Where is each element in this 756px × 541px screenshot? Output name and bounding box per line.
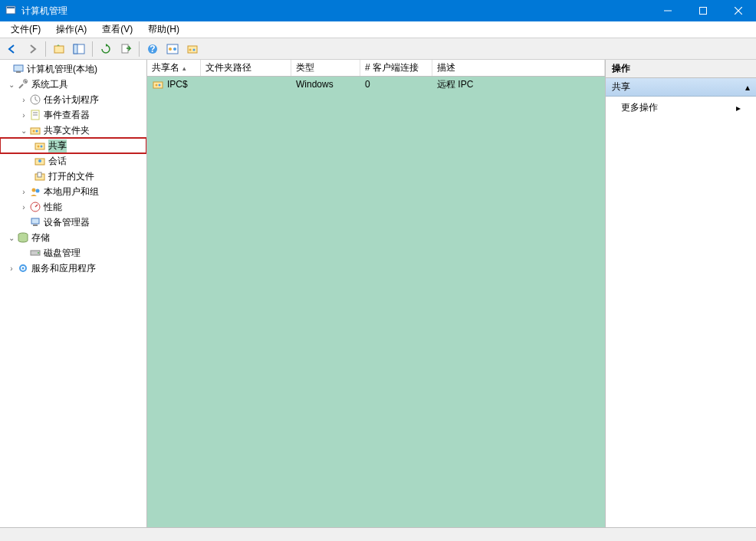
- tree-label: 服务和应用程序: [31, 262, 96, 275]
- svg-point-27: [36, 130, 38, 133]
- actions-section[interactable]: 共享 ▴: [606, 78, 756, 97]
- shared-folder-icon: [29, 124, 41, 136]
- column-folder-path[interactable]: 文件夹路径: [201, 60, 291, 76]
- tools-icon: [17, 78, 29, 90]
- menubar: 文件(F) 操作(A) 查看(V) 帮助(H): [0, 21, 756, 38]
- tree-device-manager[interactable]: 设备管理器: [0, 215, 146, 230]
- export-button[interactable]: [117, 40, 135, 58]
- svg-point-14: [173, 48, 176, 51]
- tree-services-apps[interactable]: › 服务和应用程序: [0, 261, 146, 276]
- back-button[interactable]: [3, 40, 21, 58]
- tree-label: 计算机管理(本地): [27, 63, 97, 76]
- svg-rect-19: [16, 71, 21, 73]
- tree-label: 磁盘管理: [44, 247, 81, 260]
- statusbar: [0, 527, 756, 541]
- svg-point-42: [38, 252, 39, 254]
- column-description[interactable]: 描述: [432, 60, 605, 76]
- services-icon: [17, 262, 29, 274]
- device-icon: [29, 216, 41, 228]
- tree-panel[interactable]: 计算机管理(本地) ⌄ 系统工具 › 任务计划程序 › 事件查看器 ⌄ 共享文件…: [0, 60, 147, 527]
- disk-icon: [29, 247, 41, 259]
- tree-root[interactable]: 计算机管理(本地): [0, 61, 146, 77]
- svg-rect-38: [31, 218, 39, 224]
- svg-rect-45: [153, 82, 163, 88]
- menu-view[interactable]: 查看(V): [94, 21, 140, 38]
- expander-icon[interactable]: ›: [18, 111, 29, 120]
- cell-text: IPC$: [167, 79, 188, 90]
- menu-action[interactable]: 操作(A): [48, 21, 94, 38]
- svg-rect-34: [38, 172, 41, 177]
- column-client-connections[interactable]: # 客户端连接: [360, 60, 432, 76]
- expander-icon[interactable]: ›: [18, 203, 29, 211]
- list-header: 共享名▴ 文件夹路径 类型 # 客户端连接 描述: [147, 60, 605, 77]
- expander-icon[interactable]: ⌄: [6, 80, 17, 89]
- list-row[interactable]: IPC$ Windows 0 远程 IPC: [147, 77, 605, 92]
- sort-indicator-icon: ▴: [182, 64, 186, 72]
- up-button[interactable]: [50, 40, 68, 58]
- share-row-icon: [152, 78, 164, 90]
- expander-icon[interactable]: ›: [18, 188, 29, 196]
- tree-open-files[interactable]: 打开的文件: [0, 169, 146, 184]
- app-icon: [5, 5, 17, 17]
- svg-point-16: [189, 48, 192, 51]
- toolbar: ?: [0, 38, 756, 60]
- menu-file[interactable]: 文件(F): [3, 21, 48, 38]
- storage-icon: [17, 231, 29, 244]
- tree-shared-folders[interactable]: ⌄ 共享文件夹: [0, 123, 146, 138]
- svg-rect-8: [74, 44, 77, 54]
- tree-sessions[interactable]: 会话: [0, 153, 146, 169]
- list-body[interactable]: IPC$ Windows 0 远程 IPC: [147, 77, 605, 527]
- cell-client-connections: 0: [360, 79, 432, 90]
- titlebar: 计算机管理: [0, 0, 756, 21]
- tree-label: 性能: [44, 201, 62, 214]
- tree-label: 事件查看器: [44, 109, 90, 122]
- forward-button[interactable]: [23, 40, 41, 58]
- toolbar-separator: [45, 41, 46, 57]
- refresh-button[interactable]: [97, 40, 115, 58]
- new-share-button[interactable]: [163, 40, 182, 58]
- event-icon: [29, 109, 41, 121]
- help-button[interactable]: ?: [143, 40, 162, 58]
- svg-point-35: [32, 189, 36, 192]
- clock-icon: [29, 93, 41, 106]
- tree-system-tools[interactable]: ⌄ 系统工具: [0, 77, 146, 92]
- tree-event-viewer[interactable]: › 事件查看器: [0, 107, 146, 123]
- maximize-button[interactable]: [685, 0, 721, 21]
- svg-point-29: [38, 146, 40, 148]
- performance-icon: [29, 201, 41, 213]
- svg-point-13: [169, 48, 172, 51]
- computer-icon: [12, 63, 25, 75]
- tree-label: 共享文件夹: [44, 124, 90, 137]
- cell-description: 远程 IPC: [432, 78, 605, 91]
- close-button[interactable]: [721, 0, 756, 21]
- toolbar-separator: [139, 41, 140, 57]
- svg-rect-3: [700, 8, 707, 15]
- tree-storage[interactable]: ⌄ 存储: [0, 230, 146, 245]
- svg-point-44: [22, 267, 25, 270]
- menu-help[interactable]: 帮助(H): [140, 21, 187, 38]
- tree-label: 任务计划程序: [44, 93, 99, 107]
- column-type[interactable]: 类型: [291, 60, 360, 76]
- expander-icon[interactable]: ⌄: [18, 126, 29, 135]
- show-hide-tree-button[interactable]: [70, 40, 88, 58]
- tree-disk-management[interactable]: 磁盘管理: [0, 245, 146, 261]
- expander-icon[interactable]: ›: [6, 264, 17, 273]
- tree-label: 系统工具: [31, 78, 68, 91]
- svg-text:?: ?: [150, 44, 155, 54]
- actions-item-label: 更多操作: [621, 101, 658, 114]
- expander-icon[interactable]: ›: [18, 96, 29, 104]
- column-share-name[interactable]: 共享名▴: [147, 60, 201, 76]
- minimize-button[interactable]: [650, 0, 685, 21]
- tree-shares[interactable]: 共享: [0, 138, 146, 153]
- actions-more[interactable]: 更多操作 ▸: [606, 97, 756, 119]
- open-files-icon: [34, 170, 46, 182]
- tree-local-users[interactable]: › 本地用户和组: [0, 184, 146, 199]
- tree-label: 共享: [48, 139, 67, 152]
- toolbar-separator: [92, 41, 93, 57]
- list-panel: 共享名▴ 文件夹路径 类型 # 客户端连接 描述 IPC$ Windows 0 …: [147, 60, 606, 527]
- tree-performance[interactable]: › 性能: [0, 199, 146, 215]
- tree-task-scheduler[interactable]: › 任务计划程序: [0, 92, 146, 107]
- collapse-icon: ▴: [745, 82, 750, 93]
- expander-icon[interactable]: ⌄: [6, 234, 17, 242]
- new-share-wizard-button[interactable]: [183, 40, 202, 58]
